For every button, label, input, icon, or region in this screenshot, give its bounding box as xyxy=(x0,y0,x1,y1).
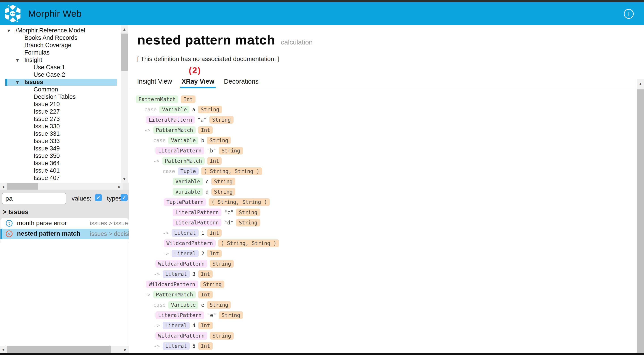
tree-item-label: Issue 333 xyxy=(34,137,60,145)
main-vertical-scrollbar[interactable]: ▴ xyxy=(637,79,644,353)
sidebar-vertical-scrollbar[interactable]: ▴ ▾ xyxy=(121,25,128,183)
value-badge: Tuple xyxy=(178,167,198,175)
type-badge: String xyxy=(207,301,231,309)
value-badge: Literal xyxy=(162,322,190,329)
tree-item-use-case-1[interactable]: Use Case 1 xyxy=(0,64,121,71)
xray-line: LiteralPattern"b"String xyxy=(156,146,243,155)
keyword-text: -> xyxy=(144,292,151,298)
xray-line: PatternMatchInt xyxy=(136,95,196,103)
xray-line: VariabledString xyxy=(173,188,235,196)
chevron-down-icon[interactable]: ▾ xyxy=(8,27,10,34)
scrollbar-thumb[interactable] xyxy=(7,346,111,353)
scroll-up-icon[interactable]: ▴ xyxy=(121,25,128,33)
tree-item-issue-330[interactable]: Issue 330 xyxy=(0,123,121,130)
literal-text: d xyxy=(205,189,209,195)
scroll-down-icon[interactable]: ▾ xyxy=(121,175,128,183)
tree-item-issue-364[interactable]: Issue 364 xyxy=(0,160,121,167)
type-badge: String xyxy=(209,116,233,124)
tree-item-decision-tables[interactable]: Decision Tables xyxy=(0,93,121,101)
chevron-down-icon[interactable]: ▾ xyxy=(16,78,19,86)
chevron-down-icon[interactable]: ▾ xyxy=(16,56,19,64)
scroll-up-icon[interactable]: ▴ xyxy=(637,79,644,88)
xray-line: VariablecString xyxy=(173,177,235,186)
search-result-nested-pattern-match[interactable]: vnested pattern matchissues > decisio xyxy=(0,229,128,239)
scroll-right-icon[interactable]: ▸ xyxy=(122,346,128,353)
tree-item-label: Decision Tables xyxy=(34,93,76,101)
tree-item-issues[interactable]: ▾Issues xyxy=(0,78,121,86)
pattern-badge: WildcardPattern xyxy=(146,281,198,288)
tree-item-issue-227[interactable]: Issue 227 xyxy=(0,108,121,115)
values-checkbox[interactable]: ✓ xyxy=(95,194,102,201)
scrollbar-corner xyxy=(122,183,128,190)
pattern-badge: WildcardPattern xyxy=(156,332,207,340)
tree-item-issue-331[interactable]: Issue 331 xyxy=(0,130,121,137)
sidebar-horizontal-scrollbar[interactable]: ◂ ▸ xyxy=(0,183,122,190)
tree-item-books-and-records[interactable]: Books And Records xyxy=(0,34,121,41)
node-badge: Variable xyxy=(168,137,198,144)
tab-decorations[interactable]: Decorations xyxy=(224,78,258,88)
tree-item-insight[interactable]: ▾Insight xyxy=(0,56,121,64)
tree-item-issue-401[interactable]: Issue 401 xyxy=(0,167,121,174)
tree-item--morphir-reference-model[interactable]: ▾/Morphir.Reference.Model xyxy=(0,27,121,34)
tree-item-issue-349[interactable]: Issue 349 xyxy=(0,145,121,152)
type-badge: ( String, String ) xyxy=(218,239,279,247)
tree-item-label: Issue 210 xyxy=(34,101,60,108)
panel-bottom-scrollbar[interactable]: ◂ ▸ xyxy=(0,346,128,353)
node-badge: PatternMatch xyxy=(136,95,178,103)
type-badge: ( String, String ) xyxy=(201,167,262,175)
results-group-header: > Issues xyxy=(3,208,28,216)
tree-item-label: Issue 350 xyxy=(34,152,60,160)
xray-line: WildcardPattern( String, String ) xyxy=(164,239,279,248)
type-badge: String xyxy=(219,147,243,154)
tab-xray-view[interactable]: XRay View xyxy=(182,78,214,88)
pattern-badge: WildcardPattern xyxy=(156,260,207,268)
tree-item-issue-350[interactable]: Issue 350 xyxy=(0,152,121,160)
tree-item-issue-210[interactable]: Issue 210 xyxy=(0,101,121,108)
type-badge: String xyxy=(212,188,235,196)
literal-text: a xyxy=(192,107,196,112)
literal-text: 2 xyxy=(201,251,205,256)
scroll-right-icon[interactable]: ▸ xyxy=(116,183,122,190)
literal-text: 1 xyxy=(201,230,205,236)
node-badge: Variable xyxy=(173,178,203,185)
tree-item-issue-407[interactable]: Issue 407 xyxy=(0,174,121,182)
info-icon[interactable]: i xyxy=(624,9,634,19)
scrollbar-thumb[interactable] xyxy=(121,33,128,71)
values-checkbox-label: values: xyxy=(72,195,92,202)
type-badge: Int xyxy=(198,270,213,278)
tree-item-issue-333[interactable]: Issue 333 xyxy=(0,137,121,145)
scroll-left-icon[interactable]: ◂ xyxy=(0,346,6,353)
scrollbar-thumb[interactable] xyxy=(637,89,644,353)
tree-item-branch-coverage[interactable]: Branch Coverage xyxy=(0,41,121,49)
xray-line: LiteralPattern"e"String xyxy=(156,311,243,320)
xray-line: ->PatternMatchInt xyxy=(144,126,213,134)
node-badge: PatternMatch xyxy=(162,157,205,165)
literal-text: "a" xyxy=(197,117,207,123)
window-top-strip xyxy=(0,0,644,2)
search-input[interactable] xyxy=(2,193,66,204)
tree-item-common[interactable]: Common xyxy=(0,86,121,93)
xray-line: ->Literal4Int xyxy=(154,321,213,330)
keyword-text: case xyxy=(153,137,166,143)
scroll-left-icon[interactable]: ◂ xyxy=(0,183,6,190)
type-badge: String xyxy=(207,137,231,144)
module-tree: ▾/Morphir.Reference.ModelBooks And Recor… xyxy=(0,27,121,183)
types-checkbox[interactable]: ✓ xyxy=(120,194,128,201)
type-badge: String xyxy=(198,106,222,113)
tree-item-label: Branch Coverage xyxy=(24,41,71,49)
type-badge: Int xyxy=(181,95,196,103)
tree-item-use-case-2[interactable]: Use Case 2 xyxy=(0,71,121,78)
xray-line: ->PatternMatchInt xyxy=(153,157,222,165)
tree-item-formulas[interactable]: Formulas xyxy=(0,49,121,56)
xray-line: caseVariableeString xyxy=(153,301,231,309)
tree-item-label: Issue 227 xyxy=(34,108,60,115)
scrollbar-thumb[interactable] xyxy=(7,183,38,190)
tree-item-issue-273[interactable]: Issue 273 xyxy=(0,115,121,123)
search-result-month-parse-error[interactable]: tmonth parse errorissues > issue 3 xyxy=(0,218,128,229)
page-subtitle: calculation xyxy=(281,38,313,46)
result-title: month parse error xyxy=(17,220,67,227)
tab-insight-view[interactable]: Insight View xyxy=(137,78,172,88)
xray-line: LiteralPattern"d"String xyxy=(173,218,260,227)
view-tabs: Insight ViewXRay ViewDecorations xyxy=(137,78,258,88)
type-badge: Int xyxy=(198,291,213,299)
